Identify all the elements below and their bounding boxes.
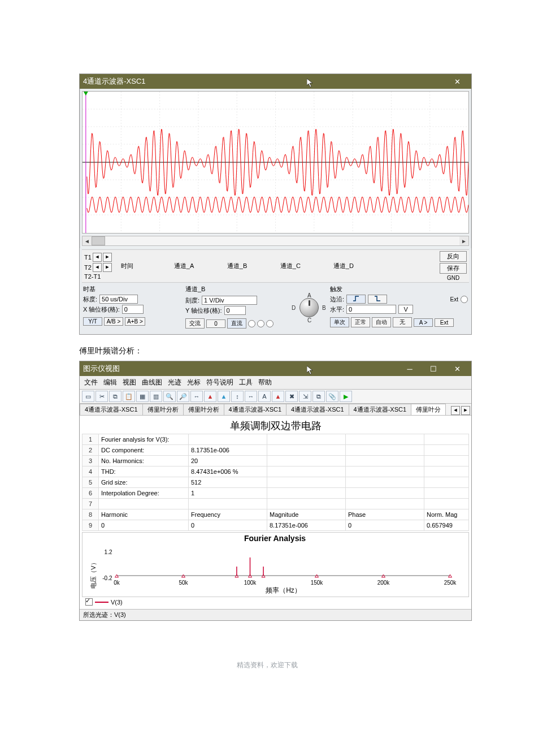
tool-zoom-icon[interactable]: 🔍 xyxy=(163,391,176,402)
tool-clip-icon[interactable]: 📎 xyxy=(326,391,338,402)
tool-paste-icon[interactable]: 📋 xyxy=(123,391,135,402)
scroll-right-arrow[interactable]: ► xyxy=(459,238,468,244)
timebase-xpos-input[interactable]: 0 xyxy=(122,305,144,314)
scope-titlebar[interactable]: 4通道示波器-XSC1 ✕ xyxy=(80,74,471,89)
trigger-level-unit[interactable]: V xyxy=(398,305,413,314)
trigger-auto-button[interactable]: 自动 xyxy=(372,317,391,327)
grapher-titlebar[interactable]: 图示仪视图 ─ ☐ ✕ xyxy=(80,361,471,376)
header-time: 时间 xyxy=(121,262,172,270)
scroll-track[interactable] xyxy=(92,236,459,245)
coupling-ac-button[interactable]: 交流 xyxy=(185,318,205,329)
edge-rising-button[interactable] xyxy=(346,295,366,304)
tab-scroll-right[interactable]: ► xyxy=(461,406,470,415)
tab-1[interactable]: 傅里叶分析 xyxy=(142,404,184,415)
edge-falling-button[interactable] xyxy=(368,295,387,304)
tool-text-icon[interactable]: A xyxy=(258,391,271,402)
tool-label-icon[interactable]: ▲ xyxy=(272,391,284,402)
trigger-none-button[interactable]: 无 xyxy=(393,317,412,327)
fourier-plot[interactable]: Fourier Analysis 电压（V） 1.2 -0.2 0k50k100… xyxy=(82,532,469,597)
scope-title: 4通道示波器-XSC1 xyxy=(83,76,446,87)
channel-scale-input[interactable]: 1 V/Div xyxy=(202,296,257,305)
tool-cursor-h-icon[interactable]: ↕ xyxy=(231,391,244,402)
menu-plot[interactable]: 曲线图 xyxy=(142,378,162,387)
channel-select-knob[interactable]: A B C D xyxy=(293,295,327,323)
tool-run-icon[interactable]: ▶ xyxy=(340,391,352,402)
tab-2[interactable]: 傅里叶分析 xyxy=(183,404,224,415)
ext-radio[interactable] xyxy=(461,296,468,303)
trigger-ext-button[interactable]: Ext xyxy=(435,318,454,327)
save-button[interactable]: 保存 xyxy=(440,263,467,274)
tool-new-icon[interactable]: ▭ xyxy=(82,391,94,402)
trigger-single-button[interactable]: 单次 xyxy=(330,317,349,327)
cursor-t1-label: T1 xyxy=(84,254,92,261)
svg-text:-0.2: -0.2 xyxy=(102,575,112,581)
coupling-dc-button[interactable]: 直流 xyxy=(227,318,246,329)
scope-display[interactable] xyxy=(82,91,469,234)
tool-marker1-icon[interactable]: ▲ xyxy=(204,391,216,402)
trigger-level-input[interactable]: 0 xyxy=(346,305,396,314)
fourier-legend: V(3) xyxy=(82,597,469,607)
t2-right-button[interactable]: ► xyxy=(103,263,112,272)
channel-ypos-input[interactable]: 0 xyxy=(224,306,246,315)
reverse-button[interactable]: 反向 xyxy=(440,251,467,262)
coupling-zero-button[interactable]: 0 xyxy=(206,319,225,328)
horizontal-scrollbar[interactable]: ◄ ► xyxy=(82,236,469,246)
scroll-left-arrow[interactable]: ◄ xyxy=(83,238,92,244)
t1-left-button[interactable]: ◄ xyxy=(93,253,102,262)
page-footer: 精选资料，欢迎下载 xyxy=(0,660,534,670)
mode-yt-button[interactable]: Y/T xyxy=(83,317,102,326)
scroll-thumb[interactable] xyxy=(92,236,105,245)
radio-3[interactable] xyxy=(266,320,273,327)
tab-5[interactable]: 4通道示波器-XSC1 xyxy=(349,404,412,415)
trigger-a-button[interactable]: A > xyxy=(414,318,433,327)
svg-text:150k: 150k xyxy=(311,580,324,586)
cursor-dt-label: T2-T1 xyxy=(84,273,101,280)
t1-right-button[interactable]: ► xyxy=(103,253,112,262)
trigger-level-label: 水平: xyxy=(330,305,344,314)
cursor-readout-row: T1 ◄ ► T2 ◄ ► T2-T1 时间 通道_A 通道_B 通道_C 通道… xyxy=(82,249,469,283)
legend-checkbox[interactable] xyxy=(85,598,93,606)
tool-grid2-icon[interactable]: ▥ xyxy=(150,391,162,402)
menu-tools[interactable]: 工具 xyxy=(239,378,253,387)
channel-headers: 时间 通道_A 通道_B 通道_C 通道_D xyxy=(115,262,436,270)
menu-edit[interactable]: 编辑 xyxy=(103,378,117,387)
ext-label: Ext xyxy=(450,296,458,303)
timebase-scale-input[interactable]: 50 us/Div xyxy=(99,295,138,304)
menu-cursor[interactable]: 光标 xyxy=(187,378,201,387)
mode-apb-button[interactable]: A+B > xyxy=(125,317,145,326)
tool-del-icon[interactable]: ✖ xyxy=(285,391,298,402)
mode-ab-button[interactable]: A/B > xyxy=(104,317,123,326)
tool-cursor-v-icon[interactable]: ↔ xyxy=(245,391,257,402)
toolbar: ▭ ✂ ⧉ 📋 ▦ ▥ 🔍 🔎 ↔ ▲ ▲ ↕ ↔ A ▲ ✖ ⇲ ⧉ 📎 ▶ xyxy=(80,390,471,404)
menu-help[interactable]: 帮助 xyxy=(258,378,272,387)
radio-2[interactable] xyxy=(257,320,264,327)
tool-export-icon[interactable]: ⇲ xyxy=(299,391,311,402)
close-button[interactable]: ✕ xyxy=(446,363,468,374)
tool-fit-icon[interactable]: ↔ xyxy=(190,391,203,402)
tool-zoom-out-icon[interactable]: 🔎 xyxy=(177,391,189,402)
falling-edge-icon xyxy=(374,296,381,301)
menu-legend[interactable]: 符号说明 xyxy=(206,378,233,387)
tool-copy-icon[interactable]: ⧉ xyxy=(109,391,121,402)
menu-trace[interactable]: 光迹 xyxy=(168,378,181,387)
tab-scroll-left[interactable]: ◄ xyxy=(451,406,460,415)
minimize-button[interactable]: ─ xyxy=(399,363,420,374)
radio-1[interactable] xyxy=(248,320,255,327)
svg-text:200k: 200k xyxy=(377,580,390,586)
close-button[interactable]: ✕ xyxy=(446,76,468,87)
channel-scale-label: 刻度: xyxy=(185,296,199,305)
menu-file[interactable]: 文件 xyxy=(84,378,98,387)
maximize-button[interactable]: ☐ xyxy=(423,363,444,374)
tab-4[interactable]: 4通道示波器-XSC1 xyxy=(286,404,349,415)
tab-6[interactable]: 傅里叶分 xyxy=(411,404,446,415)
tool-grid-icon[interactable]: ▦ xyxy=(136,391,149,402)
tab-0[interactable]: 4通道示波器-XSC1 xyxy=(80,404,143,415)
t2-left-button[interactable]: ◄ xyxy=(93,263,102,272)
tool-marker2-icon[interactable]: ▲ xyxy=(218,391,230,402)
tool-open-icon[interactable]: ✂ xyxy=(95,391,108,402)
knob-d-label: D xyxy=(292,305,296,311)
menu-view[interactable]: 视图 xyxy=(123,378,136,387)
tab-3[interactable]: 4通道示波器-XSC1 xyxy=(224,404,287,415)
trigger-normal-button[interactable]: 正常 xyxy=(351,317,370,327)
tool-copy2-icon[interactable]: ⧉ xyxy=(312,391,325,402)
